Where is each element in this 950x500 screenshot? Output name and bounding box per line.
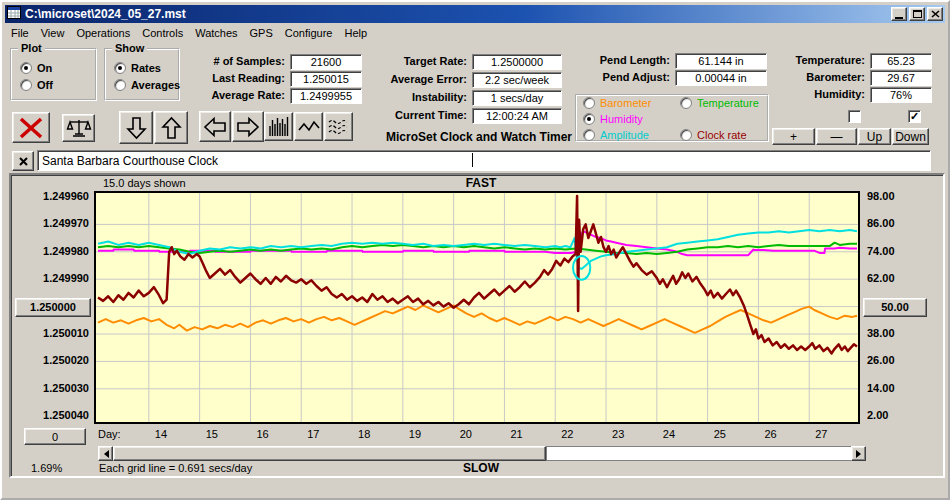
radio-trace-temperature[interactable]: Temperature	[680, 97, 759, 109]
left-axis-zero-rate-button[interactable]: 1.250000	[15, 298, 91, 317]
day-tick-15: 15	[206, 428, 218, 440]
day-tick-19: 19	[409, 428, 421, 440]
day-tick-27: 27	[815, 428, 827, 440]
increase-button[interactable]: +	[772, 128, 815, 145]
horizontal-scrollbar	[98, 446, 866, 461]
clock-name-input[interactable]	[37, 150, 931, 171]
arrow-right-button[interactable]	[232, 111, 264, 142]
menu-item-watches[interactable]: Watches	[189, 26, 243, 40]
close-button[interactable]	[927, 7, 943, 21]
trace-selector-panel: BarometerHumidityAmplitudeTemperatureClo…	[575, 94, 769, 142]
radio-show-rates[interactable]: Rates	[114, 62, 161, 74]
title-bar: C:\microset\2024_05_27.mst	[5, 5, 945, 23]
balance-button[interactable]	[62, 114, 95, 142]
radio-plot-off[interactable]: Off	[20, 79, 53, 91]
day-tick-23: 23	[612, 428, 624, 440]
radio-plot-off-label: Off	[37, 79, 53, 91]
down-button[interactable]: Down	[892, 128, 929, 145]
right-axis-mid-button[interactable]: 50.00	[863, 298, 927, 317]
right-axis-tick: 14.00	[867, 382, 895, 394]
readout-humidity-label: Humidity:	[772, 88, 865, 100]
minimize-button[interactable]	[891, 7, 907, 21]
left-axis-tick: 1.250010	[11, 327, 89, 339]
arrow-up-icon	[159, 115, 184, 141]
menu-item-operations[interactable]: Operations	[70, 26, 136, 40]
left-axis-tick: 1.249960	[11, 190, 89, 202]
checkbox-2[interactable]: ✓	[908, 110, 921, 123]
histogram-icon	[267, 115, 291, 139]
readout--of-samples-value: 21600	[290, 54, 362, 70]
checkbox-1[interactable]	[848, 110, 861, 123]
readout-last-reading-label: Last Reading:	[177, 72, 285, 84]
day-axis-label: Day:	[98, 428, 121, 440]
readout-target-rate-label: Target Rate:	[375, 55, 467, 67]
day-tick-26: 26	[764, 428, 776, 440]
radio-trace-amplitude-label: Amplitude	[600, 129, 649, 141]
menu-bar: FileViewOperationsControlsWatchesGPSConf…	[5, 24, 945, 42]
radio-show-averages[interactable]: Averages	[114, 79, 180, 91]
day-tick-24: 24	[663, 428, 675, 440]
waves-icon	[327, 115, 351, 139]
radio-trace-amplitude[interactable]: Amplitude	[583, 129, 649, 141]
day-tick-22: 22	[561, 428, 573, 440]
arrow-right-icon	[235, 116, 261, 138]
delete-icon	[16, 116, 46, 140]
arrow-up-button[interactable]	[154, 111, 188, 144]
readout-pend-length-label: Pend Length:	[567, 54, 670, 66]
readout-current-time-label: Current Time:	[375, 109, 467, 121]
menu-item-file[interactable]: File	[5, 26, 35, 40]
menu-item-help[interactable]: Help	[339, 26, 374, 40]
scroll-right-button[interactable]	[851, 446, 866, 461]
radio-plot-on[interactable]: On	[20, 62, 52, 74]
radio-plot-off-radio-icon	[20, 79, 32, 91]
histogram-button[interactable]	[264, 112, 293, 141]
delete-button[interactable]	[12, 112, 50, 143]
arrow-down-button[interactable]	[119, 111, 153, 144]
series-barometer	[98, 305, 857, 332]
arrow-left-button[interactable]	[199, 111, 231, 142]
up-button[interactable]: Up	[858, 128, 891, 145]
app-window: C:\microset\2024_05_27.mst FileViewOpera…	[0, 0, 950, 500]
arrow-down-icon	[124, 115, 149, 141]
menu-item-gps[interactable]: GPS	[244, 26, 279, 40]
clear-name-button[interactable]	[12, 151, 34, 171]
readout-average-rate-label: Average Rate:	[177, 89, 285, 101]
menu-item-view[interactable]: View	[35, 26, 71, 40]
radio-trace-barometer-label: Barometer	[600, 97, 651, 109]
radio-trace-humidity-radio-icon	[583, 113, 595, 125]
right-triangle-icon	[856, 450, 865, 458]
app-title-label: MicroSet Clock and Watch Timer	[386, 130, 572, 144]
readout-humidity-value: 76%	[870, 87, 932, 103]
readout-pend-adjust-value: 0.00044 in	[675, 70, 767, 86]
radio-trace-barometer[interactable]: Barometer	[583, 97, 651, 109]
show-group: Show RatesAverages	[104, 48, 180, 101]
scrollbar-track[interactable]	[546, 446, 851, 461]
decrease-button[interactable]: —	[816, 128, 857, 145]
radio-trace-clock-rate[interactable]: Clock rate	[680, 129, 747, 141]
zigzag-button[interactable]	[294, 112, 323, 141]
scroll-left-button[interactable]	[98, 446, 113, 461]
menu-item-controls[interactable]: Controls	[136, 26, 189, 40]
radio-show-averages-radio-icon	[114, 79, 126, 91]
zigzag-icon	[297, 115, 321, 139]
arrow-left-icon	[202, 116, 228, 138]
right-axis-tick: 98.00	[867, 190, 895, 202]
radio-plot-on-radio-icon	[20, 62, 32, 74]
left-axis-tick: 1.250020	[11, 354, 89, 366]
readout-target-rate-value: 1.2500000	[472, 54, 562, 70]
left-axis-tick: 1.249970	[11, 217, 89, 229]
day-tick-25: 25	[714, 428, 726, 440]
scrollbar-thumb[interactable]	[113, 446, 546, 461]
right-axis-tick: 38.00	[867, 327, 895, 339]
day-tick-18: 18	[358, 428, 370, 440]
radio-trace-amplitude-radio-icon	[583, 129, 595, 141]
zero-button[interactable]: 0	[24, 428, 86, 445]
plot-group-label: Plot	[18, 42, 45, 54]
text-caret	[472, 153, 473, 167]
radio-trace-temperature-label: Temperature	[697, 97, 759, 109]
radio-trace-humidity[interactable]: Humidity	[583, 113, 643, 125]
waves-button[interactable]	[324, 112, 353, 141]
right-axis-tick: 26.00	[867, 354, 895, 366]
menu-item-configure[interactable]: Configure	[279, 26, 339, 40]
maximize-button[interactable]	[909, 7, 925, 21]
